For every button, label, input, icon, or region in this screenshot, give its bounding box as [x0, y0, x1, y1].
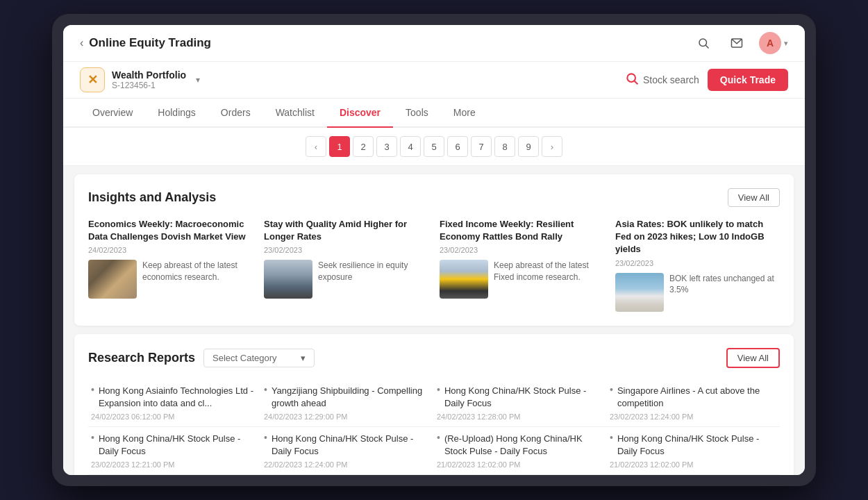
insight-item-3: Fixed Income Weekly: Resilient Economy R… [440, 218, 604, 312]
research-section: Research Reports Select Category ▾ View … [74, 334, 794, 475]
research-grid: Hong Kong Asiainfo Technologies Ltd - Ex… [88, 379, 780, 475]
pagination-next[interactable]: › [542, 136, 562, 157]
category-dropdown[interactable]: Select Category ▾ [203, 349, 315, 367]
research-item-5: Hong Kong China/HK Stock Pulse - Daily F… [88, 427, 261, 475]
insight-3-thumb[interactable] [440, 260, 488, 299]
insight-4-title: Asia Rates: BOK unlikely to match Fed on… [615, 218, 780, 256]
portfolio-bar: ✕ Wealth Portfolio S-123456-1 ▾ Stock se… [63, 62, 805, 99]
portfolio-left: ✕ Wealth Portfolio S-123456-1 ▾ [80, 67, 200, 92]
svg-point-0 [699, 39, 707, 47]
research-7-title[interactable]: (Re-Upload) Hong Kong China/HK Stock Pul… [444, 433, 604, 458]
page-2[interactable]: 2 [353, 136, 374, 157]
insights-grid: Economics Weekly: Macroeconomic Data Cha… [88, 218, 780, 312]
research-2-date: 24/02/2023 12:29:00 PM [264, 412, 431, 421]
top-bar: ‹ Online Equity Trading A ▾ [63, 25, 805, 62]
search-icon-btn[interactable] [692, 32, 715, 54]
tab-discover[interactable]: Discover [327, 99, 393, 128]
svg-line-4 [635, 81, 638, 84]
research-8-bullet: Hong Kong China/HK Stock Pulse - Daily F… [610, 433, 777, 460]
research-item-6: Hong Kong China/HK Stock Pulse - Daily F… [261, 427, 434, 475]
portfolio-name: Wealth Portfolio [112, 69, 186, 81]
main-content: ‹ 1 2 3 4 5 6 7 8 9 › Insights and Analy… [63, 128, 805, 475]
research-8-date: 21/02/2023 12:02:00 PM [610, 460, 777, 469]
insight-4-date: 23/02/2023 [615, 259, 780, 267]
insight-2-date: 23/02/2023 [264, 246, 428, 254]
page-8[interactable]: 8 [494, 136, 515, 157]
tab-orders[interactable]: Orders [208, 99, 263, 128]
insight-4-thumb[interactable] [615, 273, 664, 312]
quick-trade-button[interactable]: Quick Trade [708, 69, 788, 91]
research-2-title[interactable]: Yangzijiang Shipbuilding - Compelling gr… [272, 385, 431, 410]
stock-search-icon [625, 72, 639, 89]
user-avatar: A [759, 32, 781, 54]
tab-overview[interactable]: Overview [80, 99, 145, 128]
nav-tabs: Overview Holdings Orders Watchlist Disco… [63, 99, 805, 128]
research-view-all-button[interactable]: View All [726, 348, 780, 368]
research-5-title[interactable]: Hong Kong China/HK Stock Pulse - Daily F… [99, 433, 258, 458]
pagination-prev[interactable]: ‹ [306, 136, 326, 157]
portfolio-right: Stock search Quick Trade [625, 69, 788, 91]
stock-search-label: Stock search [643, 74, 699, 85]
research-4-bullet: Singapore Airlines - A cut above the com… [610, 385, 777, 412]
research-3-title[interactable]: Hong Kong China/HK Stock Pulse - Daily F… [444, 385, 604, 410]
category-dropdown-icon: ▾ [301, 353, 306, 363]
page-4[interactable]: 4 [400, 136, 421, 157]
research-item-4: Singapore Airlines - A cut above the com… [607, 379, 780, 427]
research-1-title[interactable]: Hong Kong Asiainfo Technologies Ltd - Ex… [99, 385, 258, 410]
tab-tools[interactable]: Tools [393, 99, 441, 128]
research-1-date: 24/02/2023 06:12:00 PM [91, 412, 258, 421]
top-bar-left: ‹ Online Equity Trading [80, 36, 211, 50]
insight-4-desc: BOK left rates unchanged at 3.5% [669, 273, 780, 297]
research-7-date: 21/02/2023 12:02:00 PM [437, 460, 604, 469]
page-1[interactable]: 1 [329, 136, 350, 157]
insight-4-row: BOK left rates unchanged at 3.5% [615, 273, 780, 312]
avatar-dropdown-icon: ▾ [784, 39, 788, 48]
research-4-title[interactable]: Singapore Airlines - A cut above the com… [617, 385, 777, 410]
research-6-title[interactable]: Hong Kong China/HK Stock Pulse - Daily F… [272, 433, 431, 458]
research-item-7: (Re-Upload) Hong Kong China/HK Stock Pul… [434, 427, 607, 475]
user-avatar-wrapper[interactable]: A ▾ [759, 32, 788, 54]
svg-line-1 [706, 45, 708, 48]
page-3[interactable]: 3 [376, 136, 397, 157]
research-5-bullet: Hong Kong China/HK Stock Pulse - Daily F… [91, 433, 258, 460]
research-3-date: 24/02/2023 12:28:00 PM [437, 412, 604, 421]
page-6[interactable]: 6 [447, 136, 468, 157]
research-6-date: 22/02/2023 12:24:00 PM [264, 460, 431, 469]
stock-search-area[interactable]: Stock search [625, 72, 699, 89]
insight-2-desc: Seek resilience in equity exposure [318, 260, 428, 283]
research-2-bullet: Yangzijiang Shipbuilding - Compelling gr… [264, 385, 431, 412]
pagination-bar: ‹ 1 2 3 4 5 6 7 8 9 › [63, 128, 805, 166]
research-3-bullet: Hong Kong China/HK Stock Pulse - Daily F… [437, 385, 604, 412]
research-7-bullet: (Re-Upload) Hong Kong China/HK Stock Pul… [437, 433, 604, 460]
insights-view-all-button[interactable]: View All [728, 188, 780, 207]
screen: ‹ Online Equity Trading A ▾ [63, 25, 805, 475]
app-title: Online Equity Trading [89, 36, 211, 50]
insight-3-desc: Keep abreast of the latest Fixed income … [494, 260, 604, 283]
page-9[interactable]: 9 [518, 136, 539, 157]
research-item-3: Hong Kong China/HK Stock Pulse - Daily F… [434, 379, 607, 427]
insight-1-thumb[interactable] [88, 260, 137, 299]
insight-2-row: Seek resilience in equity exposure [264, 260, 428, 299]
svg-point-3 [627, 74, 635, 82]
portfolio-dropdown-icon[interactable]: ▾ [196, 75, 200, 85]
tab-more[interactable]: More [441, 99, 488, 128]
mail-icon-btn[interactable] [726, 32, 748, 54]
insight-3-row: Keep abreast of the latest Fixed income … [440, 260, 604, 299]
tab-holdings[interactable]: Holdings [145, 99, 208, 128]
insights-title: Insights and Analysis [88, 190, 216, 205]
insights-section: Insights and Analysis View All Economics… [74, 174, 794, 326]
insight-1-desc: Keep abreast of the latest economics res… [142, 260, 253, 283]
tab-watchlist[interactable]: Watchlist [263, 99, 327, 128]
research-1-bullet: Hong Kong Asiainfo Technologies Ltd - Ex… [91, 385, 258, 412]
research-item-1: Hong Kong Asiainfo Technologies Ltd - Ex… [88, 379, 261, 427]
research-4-date: 23/02/2023 12:24:00 PM [610, 412, 777, 421]
back-arrow-icon[interactable]: ‹ [80, 37, 83, 49]
research-header-row: Research Reports Select Category ▾ [88, 349, 315, 367]
insight-2-thumb[interactable] [264, 260, 312, 299]
portfolio-info: Wealth Portfolio S-123456-1 [112, 69, 186, 90]
insight-1-row: Keep abreast of the latest economics res… [88, 260, 253, 299]
research-8-title[interactable]: Hong Kong China/HK Stock Pulse - Daily F… [617, 433, 777, 458]
page-7[interactable]: 7 [471, 136, 492, 157]
portfolio-logo: ✕ [80, 67, 105, 92]
page-5[interactable]: 5 [424, 136, 444, 157]
